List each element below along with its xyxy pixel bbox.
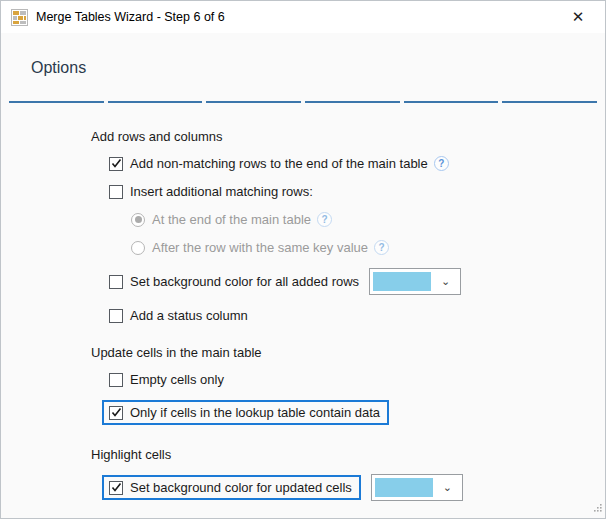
- section-title: Add rows and columns: [91, 129, 605, 144]
- titlebar: Merge Tables Wizard - Step 6 of 6 ✕: [1, 1, 605, 33]
- close-icon[interactable]: ✕: [561, 1, 595, 33]
- help-icon[interactable]: ?: [434, 156, 449, 171]
- radio-row-after-key[interactable]: After the row with the same key value ?: [91, 240, 605, 255]
- radio-label: At the end of the main table: [152, 212, 311, 227]
- checkbox-row-add-non-matching[interactable]: Add non-matching rows to the end of the …: [91, 156, 605, 171]
- checkbox-row-set-bg-added[interactable]: Set background color for all added rows: [91, 274, 359, 289]
- radio-unselected-icon[interactable]: [131, 241, 145, 255]
- checkbox-row-set-bg-updated[interactable]: Set background color for updated cells: [102, 475, 361, 500]
- checkbox-unchecked-icon[interactable]: [109, 275, 123, 289]
- window-title: Merge Tables Wizard - Step 6 of 6: [36, 10, 561, 24]
- checkbox-checked-icon[interactable]: [109, 481, 123, 495]
- checkbox-label: Add non-matching rows to the end of the …: [130, 156, 428, 171]
- checkbox-row-empty-cells[interactable]: Empty cells only: [91, 372, 605, 387]
- section-title: Update cells in the main table: [91, 345, 605, 360]
- color-picker-updated-cells[interactable]: ⌄: [371, 474, 463, 501]
- checkbox-unchecked-icon[interactable]: [109, 185, 123, 199]
- color-swatch: [375, 478, 433, 497]
- checkbox-label: Set background color for updated cells: [130, 480, 352, 495]
- chevron-down-icon[interactable]: ⌄: [431, 275, 460, 288]
- checkbox-checked-icon[interactable]: [109, 157, 123, 171]
- section-update-cells: Update cells in the main table Empty cel…: [91, 345, 605, 425]
- checkbox-row-status-column[interactable]: Add a status column: [91, 308, 605, 323]
- checkbox-label: Insert additional matching rows:: [130, 184, 313, 199]
- checkbox-row-lookup-contain-data[interactable]: Only if cells in the lookup table contai…: [102, 400, 389, 425]
- checkbox-row-insert-additional[interactable]: Insert additional matching rows:: [91, 184, 605, 199]
- checkbox-label: Only if cells in the lookup table contai…: [130, 405, 380, 420]
- checkbox-checked-icon[interactable]: [109, 406, 123, 420]
- options-panel: Add rows and columns Add non-matching ro…: [1, 103, 605, 519]
- chevron-down-icon[interactable]: ⌄: [433, 481, 462, 494]
- merge-tables-wizard-dialog: Merge Tables Wizard - Step 6 of 6 ✕ Opti…: [0, 0, 606, 519]
- row-set-bg-updated: Set background color for updated cells ⌄: [91, 474, 605, 501]
- checkbox-label: Add a status column: [130, 308, 248, 323]
- checkbox-unchecked-icon[interactable]: [109, 373, 123, 387]
- checkbox-label: Set background color for all added rows: [130, 274, 359, 289]
- resize-grip[interactable]: [593, 500, 602, 515]
- page-title: Options: [31, 59, 575, 77]
- radio-selected-icon[interactable]: [131, 213, 145, 227]
- section-title: Highlight cells: [91, 447, 605, 462]
- color-swatch: [373, 272, 431, 291]
- page-header: Options: [1, 33, 605, 77]
- radio-label: After the row with the same key value: [152, 240, 368, 255]
- color-picker-added-rows[interactable]: ⌄: [369, 268, 461, 295]
- section-highlight-cells: Highlight cells Set background color for…: [91, 447, 605, 501]
- row-set-bg-added: Set background color for all added rows …: [91, 268, 605, 295]
- section-add-rows-and-columns: Add rows and columns Add non-matching ro…: [91, 129, 605, 323]
- checkbox-label: Empty cells only: [130, 372, 224, 387]
- app-icon: [11, 9, 28, 26]
- help-icon[interactable]: ?: [374, 240, 389, 255]
- help-icon[interactable]: ?: [317, 212, 332, 227]
- checkbox-unchecked-icon[interactable]: [109, 309, 123, 323]
- radio-row-at-end[interactable]: At the end of the main table ?: [91, 212, 605, 227]
